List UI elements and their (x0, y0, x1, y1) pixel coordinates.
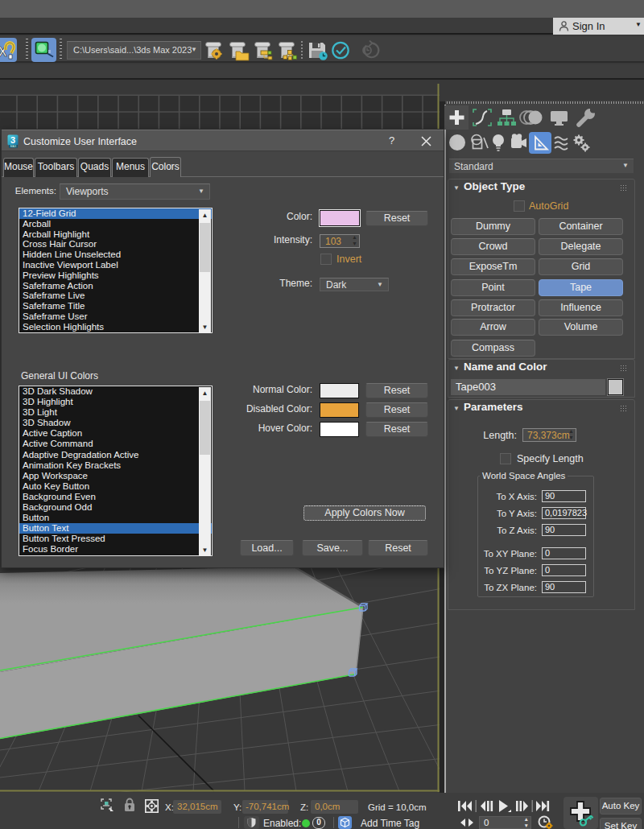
svg-text:3: 3 (10, 135, 15, 145)
svg-text:MAX: MAX (10, 145, 17, 148)
